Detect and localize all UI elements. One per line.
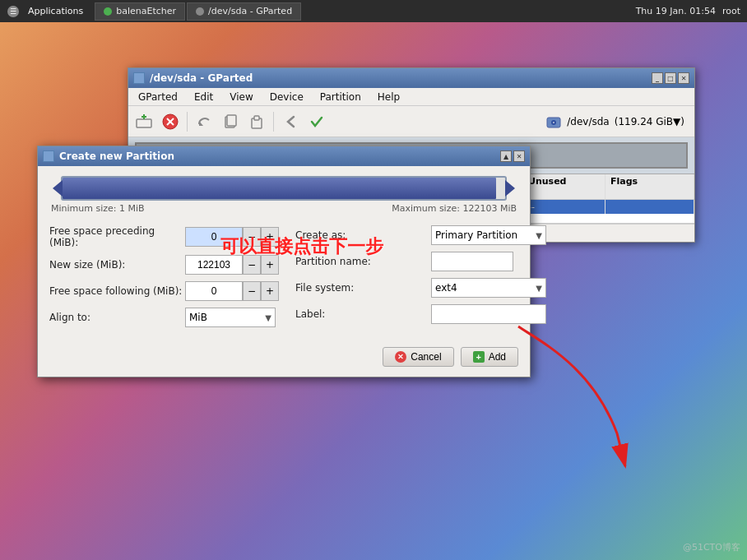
slider-fill xyxy=(63,178,496,199)
free-space-following-minus[interactable]: − xyxy=(243,281,261,301)
cancel-icon: ✕ xyxy=(395,351,406,363)
file-system-select[interactable]: ext4 ▼ xyxy=(431,278,546,298)
slider-arrow-left[interactable] xyxy=(53,180,63,197)
taskbar-tab-gparted[interactable]: /dev/sda - GParted xyxy=(187,2,301,21)
slider-area: Minimum size: 1 MiB Maximum size: 122103… xyxy=(38,166,530,219)
free-space-following-plus[interactable]: + xyxy=(261,281,279,301)
device-selector[interactable]: /dev/sda (119.24 GiB▼) xyxy=(545,113,691,130)
label-row: Label: xyxy=(295,304,546,324)
add-partition-icon xyxy=(135,113,153,131)
slider-arrow-right[interactable] xyxy=(505,180,515,197)
toolbar: /dev/sda (119.24 GiB▼) xyxy=(128,106,694,137)
taskbar-left: ☰ Applications xyxy=(0,0,95,22)
watermark: @51CTO博客 xyxy=(683,541,740,553)
menu-device[interactable]: Device xyxy=(263,90,310,104)
tab-dot-gray xyxy=(196,7,204,16)
menu-edit[interactable]: Edit xyxy=(188,90,220,104)
dialog-minimize-button[interactable]: ▲ xyxy=(500,150,512,162)
add-button[interactable]: + Add xyxy=(461,347,518,367)
new-size-plus[interactable]: + xyxy=(261,255,279,275)
new-size-stepper: − + xyxy=(185,255,279,275)
create-as-select[interactable]: Primary Partition ▼ xyxy=(431,225,546,245)
tab-dot-green xyxy=(104,7,112,16)
new-size-row: New size (MiB): − + xyxy=(49,255,279,275)
minimize-button[interactable]: _ xyxy=(652,72,663,84)
svg-rect-2 xyxy=(137,119,151,127)
undo-icon xyxy=(195,113,213,131)
label-input[interactable] xyxy=(431,304,546,324)
svg-point-15 xyxy=(553,122,554,123)
file-system-arrow: ▼ xyxy=(536,284,542,293)
add-label: Add xyxy=(489,351,506,363)
create-as-arrow: ▼ xyxy=(536,231,542,240)
taskbar-tab-etcher[interactable]: balenaEtcher xyxy=(95,2,185,21)
label-label: Label: xyxy=(295,308,431,320)
toolbar-back-button[interactable] xyxy=(278,109,303,134)
row-unused: -- xyxy=(523,200,605,214)
gparted-titlebar: /dev/sda - GParted _ □ ✕ xyxy=(128,68,694,88)
align-to-value: MiB xyxy=(189,312,207,323)
gparted-window-icon xyxy=(133,72,145,84)
file-system-row: File system: ext4 ▼ xyxy=(295,278,546,298)
back-icon xyxy=(281,113,299,131)
align-to-arrow: ▼ xyxy=(265,313,271,322)
toolbar-copy-button[interactable] xyxy=(218,109,243,134)
file-system-label: File system: xyxy=(295,282,431,294)
new-size-label: New size (MiB): xyxy=(49,259,185,271)
device-icon xyxy=(545,113,562,130)
dialog-titlebar: Create new Partition ▲ ✕ xyxy=(38,146,530,166)
toolbar-paste-button[interactable] xyxy=(244,109,269,134)
dialog-title: Create new Partition xyxy=(59,150,174,162)
copy-icon xyxy=(221,113,239,131)
partition-size-slider[interactable] xyxy=(61,176,507,201)
device-size: (119.24 GiB▼) xyxy=(615,116,684,127)
file-system-value: ext4 xyxy=(435,282,457,294)
menu-view[interactable]: View xyxy=(223,90,259,104)
col-flags: Flags xyxy=(605,174,694,199)
free-space-preceding-plus[interactable]: + xyxy=(261,227,279,247)
align-to-row: Align to: MiB ▼ xyxy=(49,308,279,327)
dialog-close-button[interactable]: ✕ xyxy=(513,150,525,162)
dialog-icon xyxy=(43,150,54,162)
user-label: root xyxy=(722,6,740,16)
tab-label-gparted: /dev/sda - GParted xyxy=(208,6,292,16)
free-space-preceding-input[interactable] xyxy=(185,227,243,247)
free-space-following-input[interactable] xyxy=(185,281,243,301)
menu-partition[interactable]: Partition xyxy=(313,90,368,104)
free-space-following-row: Free space following (MiB): − + xyxy=(49,281,279,301)
partition-name-input[interactable] xyxy=(431,252,513,271)
create-partition-dialog: Create new Partition ▲ ✕ Minimum size: 1… xyxy=(37,146,531,377)
taskbar-right: Thu 19 Jan. 01:54 root xyxy=(629,6,747,16)
gparted-window-title: /dev/sda - GParted xyxy=(150,72,253,84)
titlebar-left: /dev/sda - GParted xyxy=(133,72,253,84)
align-to-select[interactable]: MiB ▼ xyxy=(185,308,276,327)
maximize-button[interactable]: □ xyxy=(665,72,676,84)
menu-gparted[interactable]: GParted xyxy=(132,90,184,104)
paste-icon xyxy=(248,113,266,131)
form-area: Free space preceding (MiB): − + New size… xyxy=(38,219,530,340)
apply-icon xyxy=(308,113,326,131)
create-as-label: Create as: xyxy=(295,229,431,241)
taskbar: ☰ Applications balenaEtcher /dev/sda - G… xyxy=(0,0,747,22)
cancel-button[interactable]: ✕ Cancel xyxy=(383,347,453,367)
partition-name-row: Partition name: xyxy=(295,252,546,271)
free-space-preceding-minus[interactable]: − xyxy=(243,227,261,247)
close-button[interactable]: ✕ xyxy=(678,72,689,84)
dialog-titlebar-buttons: ▲ ✕ xyxy=(500,150,525,162)
toolbar-add-button[interactable] xyxy=(132,109,156,134)
toolbar-cancel-button[interactable] xyxy=(158,109,183,134)
toolbar-apply-button[interactable] xyxy=(304,109,329,134)
menu-help[interactable]: Help xyxy=(371,90,406,104)
toolbar-undo-button[interactable] xyxy=(192,109,216,134)
new-size-input[interactable] xyxy=(185,255,243,275)
cancel-label: Cancel xyxy=(411,351,441,363)
svg-text:☰: ☰ xyxy=(10,7,16,16)
new-size-minus[interactable]: − xyxy=(243,255,261,275)
add-icon: + xyxy=(473,351,485,363)
partition-name-label: Partition name: xyxy=(295,256,431,267)
create-as-row: Create as: Primary Partition ▼ xyxy=(295,225,546,245)
apps-label[interactable]: Applications xyxy=(23,6,88,16)
titlebar-buttons: _ □ ✕ xyxy=(652,72,689,84)
form-right: Create as: Primary Partition ▼ Partition… xyxy=(279,225,546,334)
form-left: Free space preceding (MiB): − + New size… xyxy=(49,225,279,334)
